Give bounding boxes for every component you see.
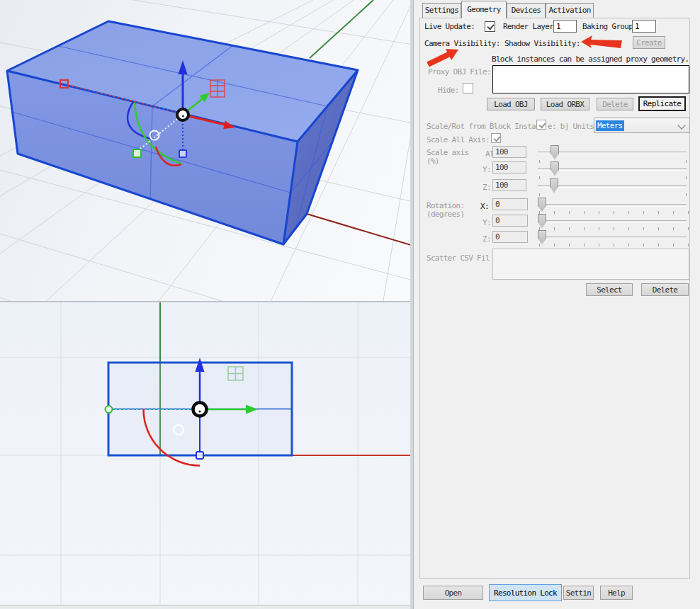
scale-a-slider[interactable] xyxy=(538,152,687,154)
units-dropdown[interactable]: Meters xyxy=(594,118,690,133)
scale-z-input[interactable] xyxy=(492,179,526,191)
settings-button[interactable]: Settin xyxy=(563,586,594,600)
load-obj-button[interactable]: Load OBJ xyxy=(487,98,535,110)
gizmo-center-handle[interactable] xyxy=(177,109,188,120)
create-button[interactable]: Create xyxy=(633,36,665,49)
scale-a-input[interactable] xyxy=(492,146,526,158)
blue-square-handle[interactable] xyxy=(179,150,186,157)
window-bottom-strip xyxy=(0,605,411,609)
obj-units-label: e: bj Units xyxy=(548,122,594,131)
tab-geometry[interactable]: Geometry xyxy=(461,1,507,18)
units-selected-value: Meters xyxy=(596,120,624,131)
viewport-perspective[interactable] xyxy=(0,0,410,301)
baking-group-input[interactable] xyxy=(632,20,656,33)
scatter-csv-textarea[interactable] xyxy=(492,249,689,280)
scale-all-axis-label: Scale All Axis: xyxy=(427,135,490,144)
resolution-lock-button[interactable]: Resolution Lock xyxy=(489,584,562,601)
scale-z-slider[interactable] xyxy=(538,185,687,188)
help-button[interactable]: Help xyxy=(600,586,633,600)
rotation-z-input[interactable] xyxy=(492,231,528,243)
load-orbx-button[interactable]: Load ORBX xyxy=(541,98,589,110)
gizmo-center-handle[interactable] xyxy=(193,403,207,416)
scatter-csv-label: Scatter CSV Fil xyxy=(427,254,490,263)
scale-axis-pct-label: (%) xyxy=(427,156,439,166)
live-update-label: Live Update: xyxy=(424,22,475,31)
proxy-obj-file-textarea[interactable] xyxy=(492,65,689,93)
rotation-y-slider[interactable] xyxy=(538,220,687,223)
hide-label: Hide: xyxy=(438,86,459,95)
live-update-checkbox[interactable] xyxy=(485,21,495,32)
delete-scatter-button[interactable]: Delete xyxy=(641,283,689,296)
rotation-x-label: X: xyxy=(480,202,489,211)
scale-all-axis-checkbox[interactable] xyxy=(491,133,501,143)
shadow-visibility-label: Shadow Visibility: xyxy=(504,39,580,48)
app-window: Settings Geometry Devices Activation Liv… xyxy=(0,0,700,609)
select-button[interactable]: Select xyxy=(586,283,633,296)
rotation-unit-label: (degrees) xyxy=(427,210,464,219)
ortho-scene xyxy=(0,302,410,605)
render-layer-input[interactable] xyxy=(553,20,577,33)
scale-rot-label: Scale/Rot from Block Insta xyxy=(427,122,536,131)
chevron-down-icon xyxy=(677,121,685,129)
blue-square-handle[interactable] xyxy=(196,452,203,459)
green-square-handle[interactable] xyxy=(133,149,141,157)
open-button[interactable]: Open xyxy=(423,586,483,600)
scale-y-input[interactable] xyxy=(492,161,526,173)
delete-proxy-button[interactable]: Delete xyxy=(597,98,633,110)
render-layer-label: Render Layer xyxy=(503,22,553,31)
rotation-y-input[interactable] xyxy=(492,215,528,227)
viewport-top-ortho[interactable] xyxy=(0,302,410,605)
rotation-z-label: Z: xyxy=(482,234,491,244)
scale-y-slider[interactable] xyxy=(538,168,687,171)
rotation-x-slider[interactable] xyxy=(538,204,687,207)
green-circle-handle[interactable] xyxy=(106,406,113,413)
settings-panel: Settings Geometry Devices Activation Liv… xyxy=(414,0,700,609)
hide-checkbox[interactable] xyxy=(463,83,473,93)
tab-activation[interactable]: Activation xyxy=(546,3,594,18)
rotation-z-slider[interactable] xyxy=(538,237,687,239)
replicate-button[interactable]: Replicate xyxy=(638,96,686,111)
tab-devices[interactable]: Devices xyxy=(507,3,546,18)
perspective-scene xyxy=(0,0,410,301)
scale-rot-checkbox[interactable] xyxy=(536,120,546,130)
camera-visibility-label: Camera Visibility: xyxy=(424,39,500,48)
scale-z-label: Z: xyxy=(482,183,491,192)
proxy-obj-file-label: Proxy OBJ File: xyxy=(428,67,491,76)
baking-group-label: Baking Group: xyxy=(582,22,637,31)
rotation-x-input[interactable] xyxy=(492,198,528,210)
scale-y-label: Y: xyxy=(482,165,491,174)
proxy-note: Block instances can be assigned proxy ge… xyxy=(492,55,689,64)
rotation-y-label: Y: xyxy=(482,218,491,227)
tab-settings[interactable]: Settings xyxy=(422,3,461,18)
